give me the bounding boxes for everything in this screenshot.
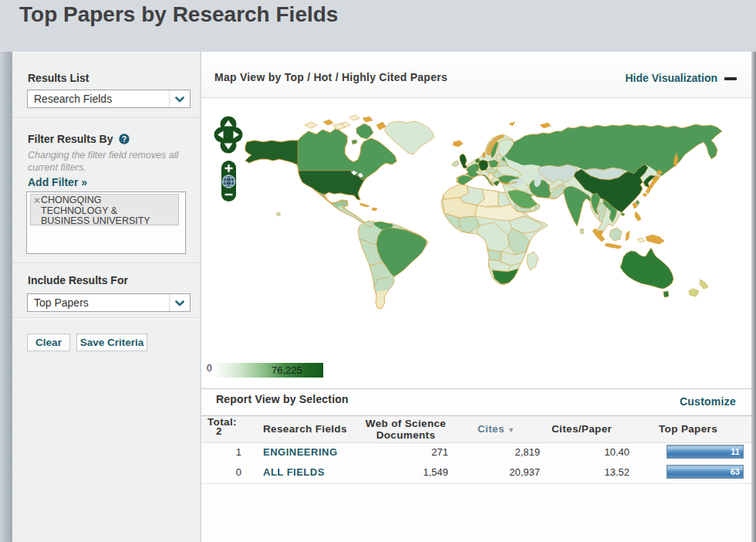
svg-text:?: ? — [122, 135, 127, 144]
